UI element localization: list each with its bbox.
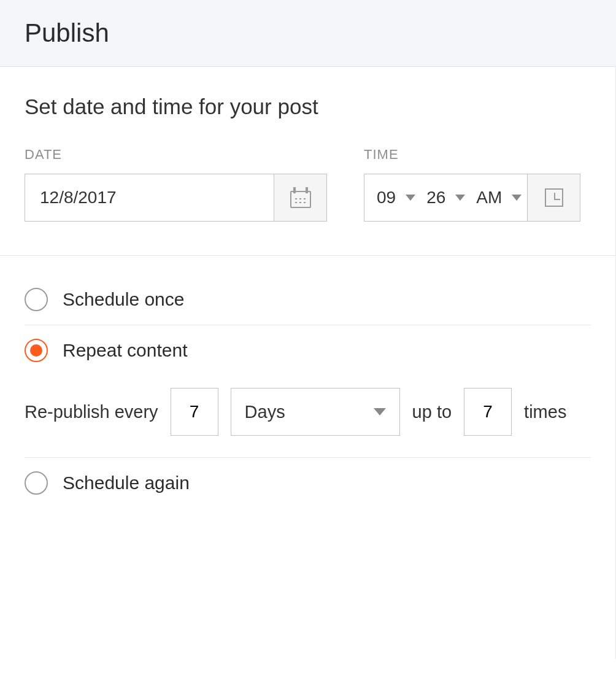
repeat-middle: up to (412, 402, 452, 422)
calendar-icon (290, 187, 311, 208)
time-field: TIME 09 26 AM (364, 147, 580, 222)
ampm-value[interactable]: AM (476, 188, 502, 207)
hour-value[interactable]: 09 (377, 188, 396, 207)
calendar-button[interactable] (274, 174, 326, 221)
repeat-interval-input[interactable] (171, 388, 218, 436)
date-field: DATE (25, 147, 327, 222)
date-input[interactable] (25, 174, 274, 221)
option-repeat-content[interactable]: Repeat content (25, 325, 591, 376)
chevron-down-icon (374, 408, 386, 415)
option-schedule-again[interactable]: Schedule again (25, 458, 591, 508)
repeat-unit-label: Days (245, 402, 285, 422)
clock-button[interactable] (527, 174, 580, 221)
option-label: Repeat content (63, 340, 187, 361)
clock-icon (545, 188, 563, 207)
minute-value[interactable]: 26 (426, 188, 445, 207)
option-schedule-once[interactable]: Schedule once (25, 274, 591, 325)
radio-repeat-content[interactable] (25, 339, 48, 362)
radio-schedule-once[interactable] (25, 288, 48, 311)
chevron-down-icon (406, 195, 415, 201)
page-title: Publish (25, 18, 591, 48)
time-input-group: 09 26 AM (364, 174, 580, 222)
datetime-row: DATE TIME 09 26 AM (25, 147, 591, 222)
repeat-unit-select[interactable]: Days (231, 388, 400, 436)
time-picker[interactable]: 09 26 AM (364, 174, 527, 221)
date-label: DATE (25, 147, 327, 163)
option-label: Schedule once (63, 289, 185, 310)
publish-header: Publish (0, 0, 616, 67)
option-label: Schedule again (63, 473, 190, 493)
datetime-title: Set date and time for your post (25, 95, 591, 119)
repeat-prefix: Re-publish every (25, 402, 158, 422)
time-label: TIME (364, 147, 580, 163)
repeat-config: Re-publish every Days up to times (25, 376, 591, 457)
publish-panel: Set date and time for your post DATE TIM… (0, 67, 616, 659)
schedule-options: Schedule once Repeat content Re-publish … (0, 256, 615, 508)
repeat-suffix: times (524, 402, 566, 422)
datetime-section: Set date and time for your post DATE TIM… (0, 67, 615, 256)
chevron-down-icon (455, 195, 465, 201)
repeat-count-input[interactable] (464, 388, 512, 436)
radio-schedule-again[interactable] (25, 471, 48, 495)
date-input-group (25, 174, 327, 222)
chevron-down-icon (512, 195, 522, 201)
